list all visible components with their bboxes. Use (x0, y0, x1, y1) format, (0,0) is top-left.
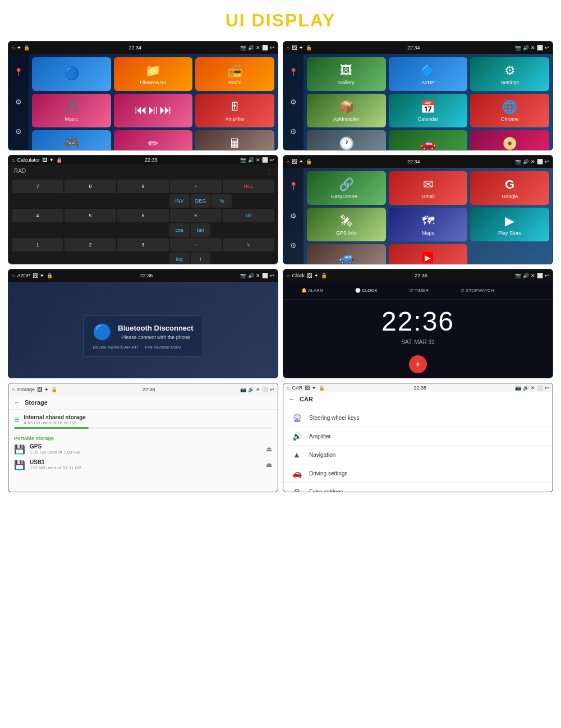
vol-clk[interactable]: 🔊 (523, 273, 529, 278)
app-vehicle[interactable]: 🚙 Vehicle (307, 244, 386, 264)
tab-clock[interactable]: 🕐 CLOCK (355, 288, 378, 293)
home-car[interactable]: ⌂ (287, 385, 289, 391)
car-item-amplifier[interactable]: 🔊 Amplifier (283, 427, 553, 446)
app-youtube[interactable]: ▶ YouTube (389, 244, 468, 264)
tab-stopwatch[interactable]: ⏱ STOPWATCH (460, 288, 494, 293)
tab-timer[interactable]: ⏱ TIMER (409, 288, 429, 293)
car-back-icon[interactable]: ← (289, 396, 295, 402)
bk-bt[interactable]: ↩ (270, 273, 274, 278)
app-amplifier[interactable]: 🎚 Amplifier (195, 94, 274, 127)
back-icon[interactable]: ↩ (270, 45, 274, 51)
sc-3[interactable]: ⬜ (537, 159, 543, 164)
storage-back-icon[interactable]: ← (14, 399, 20, 406)
app-settings[interactable]: ⚙ Settings (470, 57, 549, 91)
tab-alarm[interactable]: 🔔 ALARM (301, 288, 324, 293)
home-icon-2[interactable]: ⌂ (287, 45, 289, 51)
home-icon[interactable]: ⌂ (12, 45, 15, 51)
app-calendar[interactable]: 📅 Calendar (389, 94, 468, 127)
app-gallery[interactable]: 🖼 Gallery (307, 57, 386, 91)
x-car[interactable]: ✕ (531, 385, 535, 391)
app-easyconn[interactable]: 🔗 EasyConne... (307, 171, 386, 205)
btn-1[interactable]: 1 (12, 238, 63, 251)
sidebar-gear-3[interactable]: ⚙ (290, 241, 297, 250)
btn-7[interactable]: 7 (12, 180, 63, 193)
sc-2[interactable]: ⬜ (537, 45, 543, 51)
bk-3[interactable]: ↩ (545, 159, 549, 164)
sidebar-loc-2[interactable]: 📍 (289, 68, 298, 76)
app-radio[interactable]: 📻 Radio (195, 57, 274, 91)
vol-calc[interactable]: 🔊 (248, 157, 254, 163)
btn-log[interactable]: log (169, 253, 190, 264)
x-calc[interactable]: ✕ (256, 157, 260, 163)
car-item-steering[interactable]: 🎡 Steering wheel keys (283, 409, 553, 427)
car-item-extra[interactable]: ⚙ Extra settings (283, 483, 553, 492)
calc-menu[interactable]: ⋮ (266, 168, 272, 174)
btn-pct[interactable]: % (211, 194, 232, 208)
app-control[interactable]: 🚗 Control sett. (389, 130, 468, 150)
vol-2[interactable]: 🔊 (523, 45, 529, 51)
vol-3[interactable]: 🔊 (523, 159, 529, 164)
app-gpsinfo[interactable]: 🛰 GPS Info (307, 208, 386, 241)
app-gmail[interactable]: ✉ Gmail (389, 171, 468, 205)
btn-ln[interactable]: ln (223, 238, 274, 251)
app-maps[interactable]: 🗺 Maps (389, 208, 468, 241)
x-3[interactable]: ✕ (531, 159, 535, 164)
vol-stor[interactable]: 🔊 (248, 387, 254, 392)
app-playstore[interactable]: ▶ Play Store (470, 208, 549, 241)
sc-stor[interactable]: ⬜ (262, 387, 268, 392)
home-3[interactable]: ⌂ (287, 159, 289, 164)
btn-tan[interactable]: tan (191, 223, 211, 237)
clock-menu[interactable]: ⋮ (526, 285, 535, 296)
x-2[interactable]: ✕ (531, 45, 535, 51)
home-bt[interactable]: ⌂ (12, 273, 15, 278)
sc-calc[interactable]: ⬜ (262, 157, 268, 163)
bk-clk[interactable]: ↩ (545, 273, 549, 278)
gps-eject[interactable]: ⏏ (266, 445, 272, 453)
btn-8[interactable]: 8 (65, 180, 116, 193)
bk-calc[interactable]: ↩ (270, 157, 274, 163)
screen-icon[interactable]: ⬜ (262, 45, 268, 51)
sidebar-loc-3[interactable]: 📍 (289, 182, 298, 190)
x-icon[interactable]: ✕ (256, 45, 260, 51)
vol-car[interactable]: 🔊 (523, 385, 529, 391)
home-calc[interactable]: ⌂ (12, 157, 15, 163)
sidebar-set-3[interactable]: ⚙ (290, 212, 297, 220)
sidebar-gear-icon[interactable]: ⚙ (15, 127, 22, 136)
sc-clk[interactable]: ⬜ (537, 273, 543, 278)
sidebar-settings-icon[interactable]: ⚙ (15, 98, 22, 106)
app-chrome[interactable]: 🌐 Chrome (470, 94, 549, 127)
btn-3[interactable]: 3 (117, 238, 169, 251)
btn-deg[interactable]: DEG (191, 194, 211, 208)
usb1-eject[interactable]: ⏏ (266, 461, 272, 469)
x-clk[interactable]: ✕ (531, 273, 535, 278)
volume-icon[interactable]: 🔊 (248, 45, 254, 51)
sc-bt[interactable]: ⬜ (262, 273, 268, 278)
sc-car[interactable]: ⬜ (537, 385, 543, 391)
app-a2dp[interactable]: 🔷 A2DP (389, 57, 468, 91)
btn-5[interactable]: 5 (65, 209, 116, 222)
btn-cos[interactable]: cos (169, 223, 190, 237)
bk-car[interactable]: ↩ (545, 385, 549, 391)
x-stor[interactable]: ✕ (256, 387, 260, 392)
vol-bt[interactable]: 🔊 (248, 273, 254, 278)
app-wheelkey[interactable]: 🎮 Wheelkey S. (32, 130, 111, 150)
app-filebrowser[interactable]: 📁 FileBrowser (114, 57, 193, 91)
btn-mul[interactable]: × (170, 209, 222, 222)
btn-inv[interactable]: INV (169, 194, 190, 208)
btn-fact[interactable]: ! (191, 253, 211, 264)
bk-2[interactable]: ↩ (545, 45, 549, 51)
app-calculator[interactable]: 🖩 Calculator (195, 130, 274, 150)
home-stor[interactable]: ⌂ (12, 387, 15, 392)
x-bt[interactable]: ✕ (256, 273, 260, 278)
app-music[interactable]: 🎵 Music (32, 94, 111, 127)
app-apkinstaller[interactable]: 📦 ApkInstaller (307, 94, 386, 127)
btn-div[interactable]: ÷ (170, 180, 222, 193)
btn-2[interactable]: 2 (65, 238, 116, 251)
sidebar-set-2[interactable]: ⚙ (290, 98, 297, 106)
home-clk[interactable]: ⌂ (287, 273, 289, 278)
app-google[interactable]: G Google (470, 171, 549, 205)
app-dvd[interactable]: 📀 DVD (470, 130, 549, 150)
app-bluetooth[interactable]: 🔵 (32, 57, 111, 91)
app-clock[interactable]: 🕐 Clock (307, 130, 386, 150)
app-avin[interactable]: ✏ AVIN (114, 130, 193, 150)
